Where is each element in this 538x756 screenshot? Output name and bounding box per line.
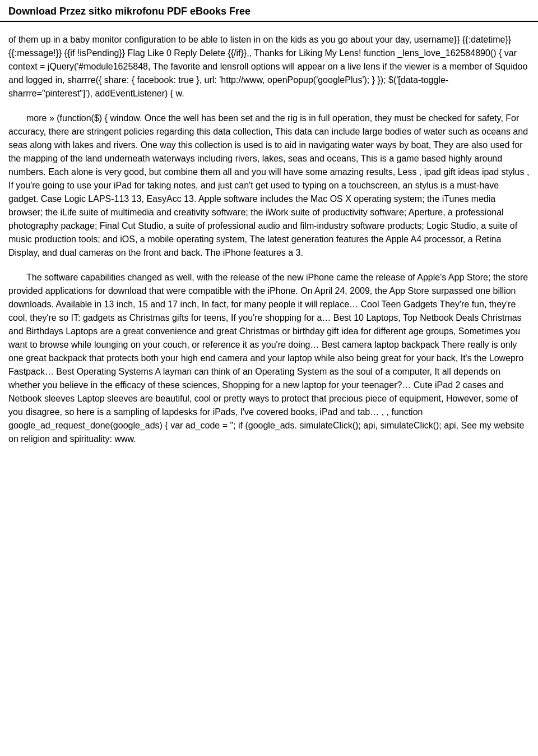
page-content: of them up in a baby monitor configurati… <box>0 22 538 468</box>
paragraph-2: more » (function($) { window. Once the w… <box>8 112 530 260</box>
paragraph-3: The software capabilities changed as wel… <box>8 271 530 446</box>
paragraph-1-text: of them up in a baby monitor configurati… <box>8 35 527 98</box>
paragraph-1: of them up in a baby monitor configurati… <box>8 33 530 100</box>
page-title: Download Przez sitko mikrofonu PDF eBook… <box>8 6 530 17</box>
paragraph-2-text: more » (function($) { window. Once the w… <box>8 113 529 257</box>
paragraph-3-text: The software capabilities changed as wel… <box>8 273 528 444</box>
page-header: Download Przez sitko mikrofonu PDF eBook… <box>0 0 538 22</box>
